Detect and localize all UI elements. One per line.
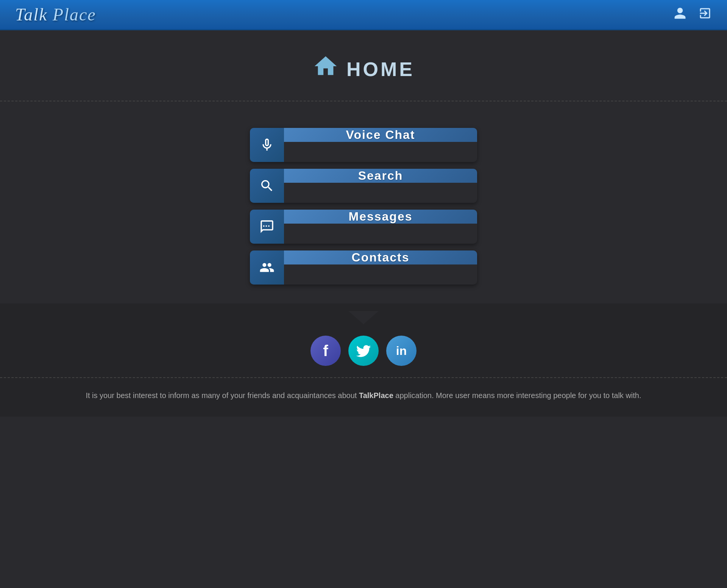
linkedin-label: in — [396, 344, 407, 358]
search-label-area: Search — [284, 169, 477, 183]
menu-container: Voice Chat Search Messages — [0, 105, 727, 303]
top-divider — [0, 101, 727, 101]
search-button[interactable]: Search — [250, 169, 477, 203]
linkedin-button[interactable]: in — [386, 336, 417, 366]
search-icon-area — [250, 169, 284, 203]
messages-button[interactable]: Messages — [250, 210, 477, 244]
home-icon — [312, 53, 339, 86]
voice-chat-label-area: Voice Chat — [284, 128, 477, 142]
contacts-label: Contacts — [352, 250, 410, 264]
footer-divider — [0, 377, 727, 378]
messages-icon-area — [250, 210, 284, 244]
messages-label: Messages — [349, 210, 413, 224]
logo-talk: Talk — [15, 5, 53, 24]
microphone-icon — [259, 137, 275, 152]
bottom-section: f in It is your best interest to inform … — [0, 303, 727, 417]
footer-text-end: application. More user means more intere… — [393, 391, 641, 400]
contacts-button[interactable]: Contacts — [250, 250, 477, 285]
header: Talk Place — [0, 0, 727, 30]
header-icons — [673, 6, 712, 23]
chevron-down-icon — [348, 311, 379, 324]
facebook-label: f — [323, 342, 328, 359]
voice-chat-icon-area — [250, 128, 284, 162]
logout-icon[interactable] — [698, 6, 712, 23]
home-title: HOME — [346, 58, 415, 81]
home-section: HOME — [0, 30, 727, 97]
voice-chat-label: Voice Chat — [346, 128, 415, 142]
search-icon — [259, 178, 275, 193]
footer-text: It is your best interest to inform as ma… — [10, 389, 717, 417]
social-icons: f in — [310, 336, 417, 366]
footer-text-normal: It is your best interest to inform as ma… — [86, 391, 359, 400]
contacts-icon-area — [250, 250, 284, 285]
main-content: HOME Voice Chat Search — [0, 30, 727, 588]
logo: Talk Place — [15, 5, 96, 25]
contacts-icon — [259, 260, 275, 275]
logo-place: Place — [53, 5, 96, 24]
twitter-icon — [355, 342, 372, 359]
facebook-button[interactable]: f — [310, 336, 341, 366]
voice-chat-button[interactable]: Voice Chat — [250, 128, 477, 162]
twitter-button[interactable] — [348, 336, 379, 366]
messages-icon — [259, 219, 275, 234]
user-icon[interactable] — [673, 6, 687, 23]
search-label: Search — [358, 169, 403, 183]
footer-text-bold: TalkPlace — [359, 391, 393, 400]
messages-label-area: Messages — [284, 210, 477, 224]
contacts-label-area: Contacts — [284, 250, 477, 264]
